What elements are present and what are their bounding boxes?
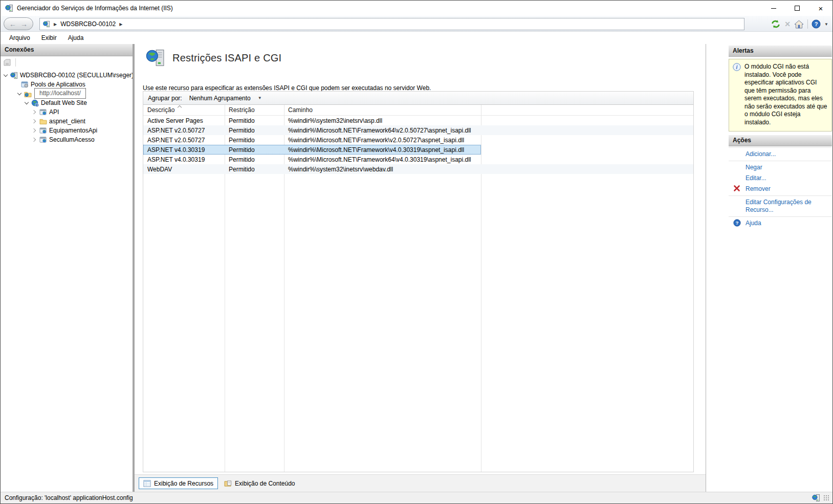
help-dropdown-icon[interactable]: ▼ (824, 22, 828, 27)
breadcrumb-server[interactable]: WDSBRCBO-00102 (60, 20, 116, 28)
iis-app-icon (5, 4, 13, 12)
table-row[interactable]: Active Server Pages Permitido %windir%\s… (143, 116, 693, 125)
cell-descricao: WebDAV (143, 166, 225, 173)
svg-text:?: ? (736, 221, 739, 226)
menu-bar: Arquivo Exibir Ajuda (1, 32, 832, 44)
alerts-header: Alertas (729, 46, 832, 57)
group-by-value[interactable]: Nenhum Agrupamento (189, 95, 251, 102)
forward-button[interactable]: → (20, 20, 28, 28)
cell-restricao: Permitido (225, 137, 284, 144)
action-ajuda-label: Ajuda (746, 220, 761, 227)
app-pools-icon (21, 81, 29, 88)
stop-icon: ✕ (784, 20, 791, 28)
minimize-icon (771, 8, 776, 9)
breadcrumb-arrow-icon[interactable]: ▶ (54, 22, 57, 27)
action-editar-configuracoes[interactable]: Editar Configurações de Recurso... (729, 197, 832, 215)
tree-node-default-web-site-label[interactable]: Default Web Site (41, 99, 87, 106)
server-icon (10, 72, 18, 79)
sort-ascending-icon (178, 106, 182, 109)
feature-header: Restrições ISAPI e CGI (146, 48, 281, 68)
application-icon (39, 127, 47, 134)
chevron-right-icon[interactable] (32, 109, 37, 115)
actions-divider (729, 195, 832, 196)
menu-exibir[interactable]: Exibir (36, 33, 62, 43)
table-row[interactable]: WebDAV Permitido %windir%\system32\inets… (143, 164, 693, 174)
refresh-icon[interactable] (771, 19, 781, 29)
actions-header: Ações (729, 135, 832, 146)
menu-arquivo[interactable]: Arquivo (4, 33, 36, 43)
folder-icon (39, 118, 47, 124)
table-row[interactable]: ASP.NET v2.0.50727 Permitido %windir%\Mi… (143, 135, 693, 145)
column-header-descricao[interactable]: Descrição (143, 106, 225, 114)
svg-text:i: i (736, 64, 738, 70)
group-by-toolbar: Agrupar por: Nenhum Agrupamento ▼ (143, 92, 693, 105)
actions-divider (729, 147, 832, 148)
tree-node-api[interactable]: API (1, 107, 133, 117)
chevron-down-icon[interactable] (17, 91, 22, 96)
resize-grip[interactable] (823, 495, 829, 501)
tree-node-app-pools-label[interactable]: Pools de Aplicativos (31, 81, 85, 88)
menu-ajuda[interactable]: Ajuda (62, 33, 90, 43)
iis-node-icon (43, 20, 50, 28)
address-bar[interactable]: ▶ WDSBRCBO-00102 ▶ (39, 18, 744, 30)
connections-panel: Conexões WDSBRCBO-00102 (SECULLUM\rsege (1, 44, 133, 492)
tab-content-view[interactable]: Exibição de Conteúdo (220, 477, 299, 489)
tree-node-aspnet-client-label[interactable]: aspnet_client (49, 118, 85, 125)
help-icon[interactable]: ? (812, 19, 821, 29)
isapi-cgi-feature-icon (146, 48, 165, 68)
tree-node-equipamentosapi-label[interactable]: EquipamentosApi (49, 127, 97, 134)
chevron-down-icon[interactable] (24, 100, 29, 105)
chevron-down-icon: ▼ (258, 96, 262, 100)
column-header-caminho[interactable]: Caminho (284, 106, 693, 114)
action-editar[interactable]: Editar... (729, 173, 832, 184)
application-icon (39, 136, 47, 143)
cell-caminho: %windir%\system32\inetsrv\asp.dll (284, 117, 693, 124)
breadcrumb-arrow-icon[interactable]: ▶ (119, 22, 122, 27)
window-title: Gerenciador do Serviços de Informações d… (17, 5, 173, 12)
application-icon (39, 108, 47, 116)
column-header-restricao[interactable]: Restrição (225, 106, 284, 114)
status-bar: Configuração: 'localhost' applicationHos… (1, 492, 832, 503)
tree-node-secullumacesso[interactable]: SecullumAcesso (1, 135, 133, 144)
page-title: Restrições ISAPI e CGI (172, 52, 281, 64)
tree-node-api-label[interactable]: API (49, 108, 59, 116)
sites-url-tooltip: http://localhost/ (34, 88, 86, 99)
status-text: Configuração: 'localhost' applicationHos… (5, 494, 133, 501)
chevron-down-icon[interactable] (3, 73, 8, 78)
tab-content-view-label: Exibição de Conteúdo (235, 480, 295, 487)
svg-text:?: ? (36, 103, 38, 106)
table-row[interactable]: ASP.NET v2.0.50727 Permitido %windir%\Mi… (143, 125, 693, 135)
tree-node-secullumacesso-label[interactable]: SecullumAcesso (49, 136, 95, 143)
tree-node-aspnet-client[interactable]: aspnet_client (1, 117, 133, 126)
close-icon: × (819, 5, 823, 12)
group-by-dropdown[interactable]: Nenhum Agrupamento ▼ (186, 94, 265, 103)
action-remover[interactable]: Remover (729, 184, 832, 194)
chevron-right-icon[interactable] (32, 119, 37, 124)
tab-features-view[interactable]: Exibição de Recursos (139, 477, 218, 489)
connections-tree: WDSBRCBO-00102 (SECULLUM\rseger) Pools d… (1, 69, 133, 144)
connections-header: Conexões (1, 44, 133, 56)
tree-node-equipamentosapi[interactable]: EquipamentosApi (1, 126, 133, 135)
back-button[interactable]: ← (9, 20, 16, 28)
home-icon[interactable] (794, 20, 804, 29)
tree-node-server-label[interactable]: WDSBRCBO-00102 (SECULLUM\rseger) (20, 72, 134, 79)
table-row[interactable]: ASP.NET v4.0.30319 Permitido %windir%\Mi… (143, 155, 693, 164)
tree-node-default-web-site[interactable]: ? Default Web Site (1, 98, 133, 107)
actions-list: Adicionar... Negar Editar... Remover Edi… (729, 147, 832, 229)
tree-node-server[interactable]: WDSBRCBO-00102 (SECULLUM\rseger) (1, 71, 133, 80)
minimize-button[interactable] (762, 1, 785, 16)
chevron-right-icon[interactable] (32, 128, 37, 133)
action-ajuda[interactable]: ? Ajuda (729, 218, 832, 229)
list-rows: Active Server Pages Permitido %windir%\s… (143, 116, 693, 174)
table-row-selected[interactable]: ASP.NET v4.0.30319 Permitido %windir%\Mi… (143, 145, 481, 155)
close-button[interactable]: × (809, 1, 832, 16)
action-adicionar[interactable]: Adicionar... (729, 149, 832, 160)
maximize-button[interactable] (785, 1, 809, 16)
action-negar[interactable]: Negar (729, 162, 832, 173)
remove-x-icon (733, 185, 740, 192)
iis-status-icon (812, 494, 820, 502)
cell-caminho: %windir%\system32\inetsrv\webdav.dll (284, 166, 693, 173)
chevron-right-icon[interactable] (32, 137, 37, 142)
cell-caminho: %windir%\Microsoft.NET\Framework64\v2.0.… (284, 127, 693, 134)
svg-text:?: ? (815, 21, 818, 27)
